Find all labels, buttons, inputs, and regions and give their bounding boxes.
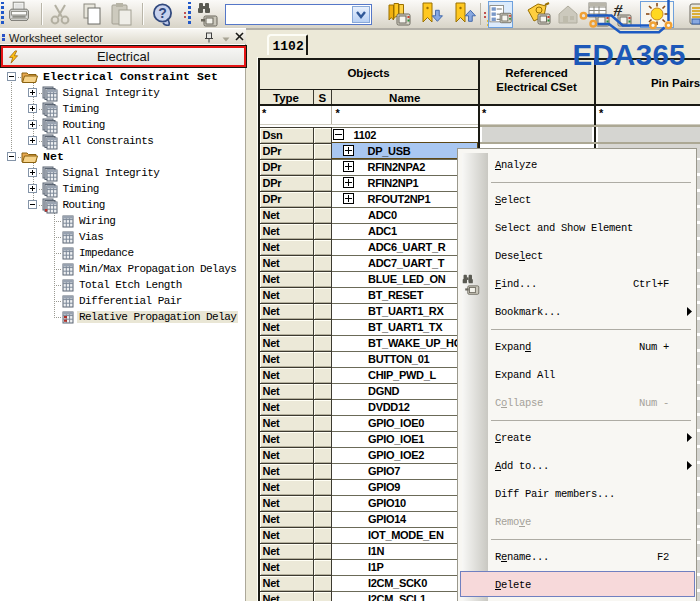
svg-text:?: ? — [158, 5, 167, 21]
